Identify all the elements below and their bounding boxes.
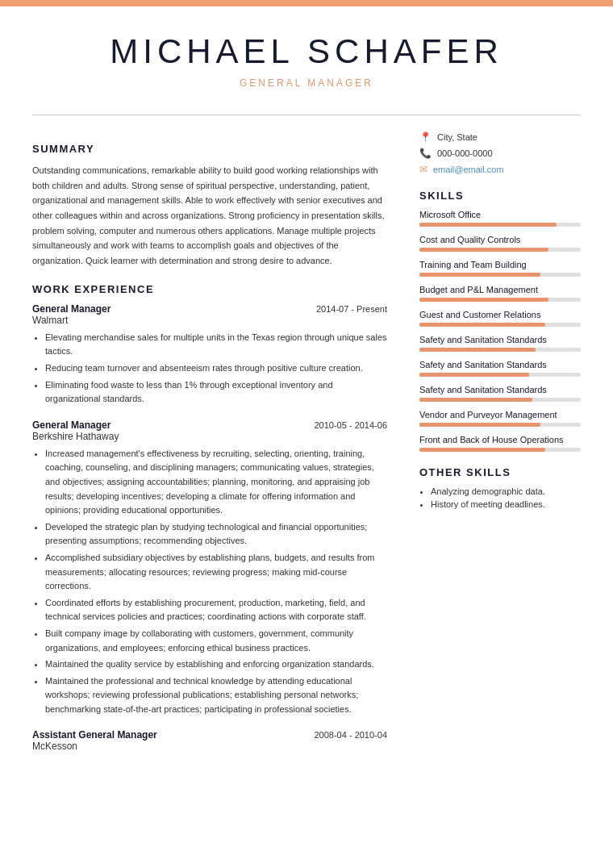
skill-7-name: Safety and Sanitation Standards <box>419 385 581 394</box>
skill-0: Microsoft Office <box>419 210 581 227</box>
skill-3-bar-bg <box>419 298 581 302</box>
list-item: Increased management's effectiveness by … <box>45 447 387 518</box>
skill-3: Budget and P&L Management <box>419 285 581 302</box>
location-icon: 📍 <box>419 131 432 143</box>
resume-page: MICHAEL SCHAFER GENERAL MANAGER SUMMARY … <box>0 0 613 868</box>
skill-6-bar-fill <box>419 373 529 377</box>
skill-9-bar-fill <box>419 448 545 452</box>
job-1-dates: 2014-07 - Present <box>316 304 387 314</box>
top-accent-bar <box>0 0 613 6</box>
contact-phone: 📞 000-000-0000 <box>419 148 581 159</box>
candidate-title: GENERAL MANAGER <box>32 77 581 89</box>
skill-6-name: Safety and Sanitation Standards <box>419 360 581 369</box>
job-3-header: Assistant General Manager 2008-04 - 2010… <box>32 729 387 741</box>
skill-7-bar-fill <box>419 398 532 402</box>
job-1-header: General Manager 2014-07 - Present <box>32 303 387 315</box>
skill-5: Safety and Sanitation Standards <box>419 335 581 352</box>
skill-0-name: Microsoft Office <box>419 210 581 219</box>
job-1-company: Walmart <box>32 315 387 326</box>
job-2-title: General Manager <box>32 419 111 431</box>
list-item: Elevating merchandise sales for multiple… <box>45 331 387 359</box>
skill-0-bar-bg <box>419 223 581 227</box>
work-experience-heading: WORK EXPERIENCE <box>32 283 387 295</box>
candidate-name: MICHAEL SCHAFER <box>32 32 581 71</box>
other-skills-list: Analyzing demographic data. History of m… <box>419 486 581 509</box>
skill-4-bar-bg <box>419 323 581 327</box>
job-2-bullets: Increased management's effectiveness by … <box>32 447 387 717</box>
skill-5-name: Safety and Sanitation Standards <box>419 335 581 344</box>
list-item: Accomplished subsidiary objectives by es… <box>45 551 387 594</box>
skill-8: Vendor and Purveyor Management <box>419 410 581 427</box>
skill-2-name: Training and Team Building <box>419 260 581 269</box>
skill-5-bar-bg <box>419 348 581 352</box>
job-2: General Manager 2010-05 - 2014-06 Berksh… <box>32 419 387 717</box>
contact-email: ✉ email@email.com <box>419 164 581 175</box>
contact-phone-text: 000-000-0000 <box>437 148 493 158</box>
skill-4-bar-fill <box>419 323 545 327</box>
skills-heading: SKILLS <box>419 190 581 202</box>
contact-location-text: City, State <box>437 132 477 142</box>
skill-7-bar-bg <box>419 398 581 402</box>
contact-email-text: email@email.com <box>433 165 504 174</box>
skill-2: Training and Team Building <box>419 260 581 277</box>
skill-8-bar-bg <box>419 423 581 427</box>
skill-9-name: Front and Back of House Operations <box>419 435 581 444</box>
skill-8-bar-fill <box>419 423 540 427</box>
left-column: SUMMARY Outstanding communications, rema… <box>32 128 411 765</box>
job-2-header: General Manager 2010-05 - 2014-06 <box>32 419 387 431</box>
header-divider <box>32 115 581 115</box>
job-3-title: Assistant General Manager <box>32 729 157 741</box>
skill-1-bar-bg <box>419 248 581 252</box>
skill-6-bar-bg <box>419 373 581 377</box>
job-1-title: General Manager <box>32 303 111 315</box>
skill-5-bar-fill <box>419 348 536 352</box>
skill-3-bar-fill <box>419 298 548 302</box>
job-2-dates: 2010-05 - 2014-06 <box>314 420 387 430</box>
skill-1: Cost and Quality Controls <box>419 235 581 252</box>
job-3: Assistant General Manager 2008-04 - 2010… <box>32 729 387 752</box>
job-3-dates: 2008-04 - 2010-04 <box>314 730 387 740</box>
list-item: Maintained the quality service by establ… <box>45 657 387 672</box>
list-item: Built company image by collaborating wit… <box>45 627 387 655</box>
skill-1-bar-fill <box>419 248 548 252</box>
other-skill-1: History of meeting deadlines. <box>431 499 581 509</box>
contact-location: 📍 City, State <box>419 131 581 143</box>
summary-heading: SUMMARY <box>32 143 387 155</box>
skill-2-bar-fill <box>419 273 540 277</box>
skill-7: Safety and Sanitation Standards <box>419 385 581 402</box>
right-column: 📍 City, State 📞 000-000-0000 ✉ email@ema… <box>411 128 581 765</box>
list-item: Eliminating food waste to less than 1% t… <box>45 378 387 407</box>
list-item: Coordinated efforts by establishing proc… <box>45 596 387 624</box>
skill-8-name: Vendor and Purveyor Management <box>419 410 581 419</box>
list-item: Reducing team turnover and absenteeism r… <box>45 361 387 376</box>
skill-9-bar-bg <box>419 448 581 452</box>
job-1-bullets: Elevating merchandise sales for multiple… <box>32 331 387 407</box>
email-icon: ✉ <box>419 164 427 175</box>
skill-3-name: Budget and P&L Management <box>419 285 581 294</box>
contact-section: 📍 City, State 📞 000-000-0000 ✉ email@ema… <box>419 131 581 175</box>
job-2-company: Berkshire Hathaway <box>32 431 387 442</box>
skill-9: Front and Back of House Operations <box>419 435 581 452</box>
skill-2-bar-bg <box>419 273 581 277</box>
job-1: General Manager 2014-07 - Present Walmar… <box>32 303 387 407</box>
list-item: Developed the strategic plan by studying… <box>45 520 387 549</box>
other-skills-heading: OTHER SKILLS <box>419 466 581 478</box>
skill-0-bar-fill <box>419 223 557 227</box>
skill-6: Safety and Sanitation Standards <box>419 360 581 377</box>
skill-4-name: Guest and Customer Relations <box>419 310 581 319</box>
job-3-company: McKesson <box>32 741 387 752</box>
other-skill-0: Analyzing demographic data. <box>431 486 581 496</box>
list-item: Maintained the professional and technica… <box>45 674 387 717</box>
phone-icon: 📞 <box>419 148 432 159</box>
main-content: SUMMARY Outstanding communications, rema… <box>0 128 613 781</box>
header-section: MICHAEL SCHAFER GENERAL MANAGER <box>0 6 613 102</box>
skill-4: Guest and Customer Relations <box>419 310 581 327</box>
summary-text: Outstanding communications, remarkable a… <box>32 163 387 269</box>
skill-1-name: Cost and Quality Controls <box>419 235 581 244</box>
